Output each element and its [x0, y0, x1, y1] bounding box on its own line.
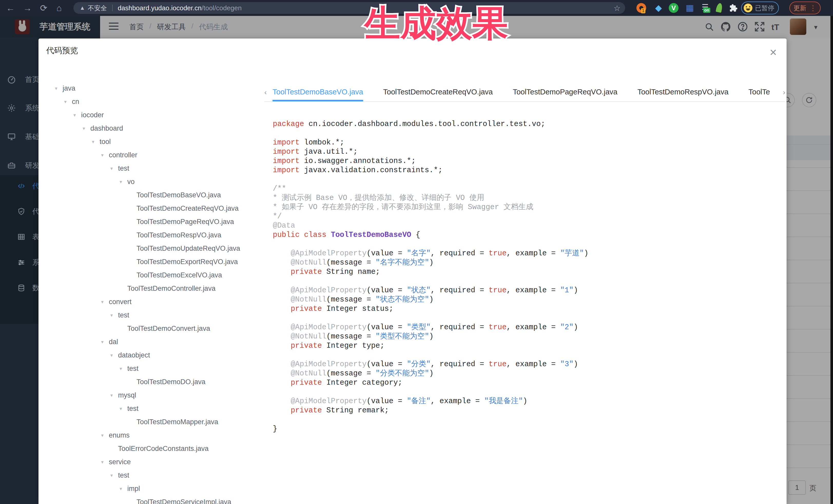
tree-node-label: ToolTestDemoUpdateReqVO.java — [137, 244, 240, 253]
tree-node-label: controller — [109, 151, 137, 159]
extension-icon-list[interactable]: ☰ on — [700, 2, 710, 12]
tree-file[interactable]: ToolTestDemoMapper.java — [129, 415, 218, 429]
tree-file[interactable]: ToolTestDemoPageReqVO.java — [129, 215, 234, 229]
tab-toolte[interactable]: ToolTe — [748, 84, 770, 101]
tabs-row: ToolTestDemoBaseVO.javaToolTestDemoCreat… — [272, 84, 775, 101]
extensions-puzzle-icon[interactable] — [729, 4, 738, 12]
caret-down-icon[interactable]: ▾ — [120, 486, 127, 492]
tab-tooltestdemobasevo-java[interactable]: ToolTestDemoBaseVO.java — [272, 84, 363, 101]
browser-home-icon[interactable]: ⌂ — [56, 3, 62, 13]
code-line — [273, 175, 589, 184]
browser-menu-icon[interactable]: ⋮ — [809, 4, 816, 12]
code-line: /** — [273, 184, 589, 193]
tree-file[interactable]: ToolTestDemoController.java — [120, 282, 216, 295]
caret-down-icon[interactable]: ▾ — [110, 352, 118, 358]
tree-folder[interactable]: ▾controller — [101, 148, 137, 162]
tree-folder[interactable]: ▾enums — [101, 429, 129, 442]
browser-reload-icon[interactable]: ⟳ — [40, 3, 47, 13]
tab-tooltestdemorespvo-java[interactable]: ToolTestDemoRespVO.java — [638, 84, 729, 101]
tree-node-label: ToolErrorCodeConstants.java — [118, 445, 209, 453]
caret-down-icon[interactable]: ▾ — [110, 312, 118, 318]
tree-file[interactable]: ToolTestDemoExportReqVO.java — [129, 255, 238, 268]
update-label: 更新 — [793, 4, 806, 12]
tree-folder[interactable]: ▾dataobject — [110, 349, 150, 362]
tree-folder[interactable]: ▾service — [101, 455, 131, 469]
tree-file[interactable]: ToolErrorCodeConstants.java — [110, 442, 209, 455]
tree-folder[interactable]: ▾mysql — [110, 388, 136, 402]
tree-file[interactable]: ToolTestDemoConvert.java — [120, 322, 210, 335]
caret-down-icon[interactable]: ▾ — [55, 86, 63, 91]
tree-file[interactable]: ToolTestDemoServiceImpl.java — [129, 495, 231, 504]
caret-down-icon[interactable]: ▾ — [92, 139, 100, 145]
tree-node-label: iocoder — [81, 111, 104, 119]
tree-node-label: test — [118, 472, 129, 479]
caret-down-icon[interactable]: ▾ — [101, 299, 109, 305]
caret-down-icon[interactable]: ▾ — [120, 179, 127, 185]
code-line — [273, 387, 589, 397]
tree-folder[interactable]: ▾vo — [120, 175, 135, 188]
caret-down-icon[interactable]: ▾ — [101, 432, 109, 438]
tree-folder[interactable]: ▾cn — [64, 95, 79, 108]
code-line — [273, 415, 589, 425]
tree-file[interactable]: ToolTestDemoDO.java — [129, 375, 206, 388]
security-label: 不安全 — [88, 4, 107, 12]
caret-down-icon[interactable]: ▾ — [73, 112, 81, 118]
file-tabs: ‹ ToolTestDemoBaseVO.javaToolTestDemoCre… — [264, 84, 785, 102]
caret-down-icon[interactable]: ▾ — [101, 339, 109, 345]
browser-forward-icon[interactable]: → — [23, 3, 32, 13]
tree-folder[interactable]: ▾dal — [101, 335, 118, 349]
tab-tooltestdemocreatereqvo-java[interactable]: ToolTestDemoCreateReqVO.java — [383, 84, 493, 101]
extension-icon-leaf[interactable] — [715, 3, 723, 13]
bookmark-star-icon[interactable]: ☆ — [614, 4, 620, 13]
tree-folder[interactable]: ▾test — [110, 309, 129, 322]
tree-folder[interactable]: ▾iocoder — [73, 108, 104, 122]
code-line: @NotNull(message = "分类不能为空") — [273, 369, 589, 378]
tree-folder[interactable]: ▾test — [120, 362, 139, 375]
code-line: * 测试示例 Base VO，提供给添加、修改、详细的子 VO 使用 — [273, 193, 589, 203]
tree-folder[interactable]: ▾test — [120, 402, 139, 415]
tree-node-label: ToolTestDemoCreateReqVO.java — [137, 205, 239, 213]
caret-down-icon[interactable]: ▾ — [110, 392, 118, 398]
extension-icon-orange[interactable]: 1 — [637, 3, 646, 13]
tree-file[interactable]: ToolTestDemoBaseVO.java — [129, 188, 221, 202]
tree-folder[interactable]: ▾impl — [120, 482, 140, 495]
tabs-prev-icon[interactable]: ‹ — [264, 88, 267, 96]
tree-folder[interactable]: ▾test — [110, 469, 129, 482]
caret-down-icon[interactable]: ▾ — [120, 366, 127, 371]
tree-file[interactable]: ToolTestDemoRespVO.java — [129, 229, 221, 242]
code-line: * 如果子 VO 存在差异的字段，请不要添加到这里，影响 Swagger 文档生… — [273, 203, 589, 212]
profile-emoji-avatar — [744, 4, 753, 12]
close-icon[interactable]: ✕ — [769, 47, 777, 58]
caret-down-icon[interactable]: ▾ — [110, 473, 118, 478]
extension-icon-green-v[interactable]: V — [669, 3, 679, 13]
browser-profile-chip[interactable]: 已暂停 — [741, 2, 779, 15]
caret-down-icon[interactable]: ▾ — [120, 406, 127, 412]
tree-folder[interactable]: ▾dashboard — [82, 122, 123, 135]
tree-folder[interactable]: ▾tool — [92, 135, 111, 148]
tree-node-label: test — [127, 405, 139, 413]
tab-tooltestdemopagereqvo-java[interactable]: ToolTestDemoPageReqVO.java — [513, 84, 617, 101]
code-line — [273, 351, 589, 360]
browser-update-button[interactable]: 更新 ⋮ — [789, 2, 821, 15]
extension-icon-grid[interactable]: ▦ — [685, 3, 695, 13]
tree-file[interactable]: ToolTestDemoCreateReqVO.java — [129, 202, 239, 215]
caret-down-icon[interactable]: ▾ — [110, 166, 118, 171]
caret-down-icon[interactable]: ▾ — [82, 125, 90, 131]
caret-down-icon[interactable]: ▾ — [64, 99, 72, 105]
tree-folder[interactable]: ▾test — [110, 162, 129, 175]
tree-node-label: impl — [127, 485, 140, 493]
caret-down-icon[interactable]: ▾ — [101, 459, 109, 465]
tree-file[interactable]: ToolTestDemoUpdateReqVO.java — [129, 242, 240, 255]
tree-folder[interactable]: ▾convert — [101, 295, 132, 309]
tree-folder[interactable]: ▾java — [55, 81, 75, 95]
tree-node-label: ToolTestDemoPageReqVO.java — [137, 218, 234, 226]
tree-file[interactable]: ToolTestDemoExcelVO.java — [129, 268, 222, 282]
caret-down-icon[interactable]: ▾ — [101, 152, 109, 158]
code-line: @ApiModelProperty(value = "分类", required… — [273, 360, 589, 369]
tree-node-label: ToolTestDemoServiceImpl.java — [137, 498, 231, 504]
code-line: import lombok.*; — [273, 138, 589, 147]
tabs-next-icon[interactable]: › — [783, 88, 785, 96]
browser-back-icon[interactable]: ← — [6, 3, 15, 13]
tree-node-label: dataobject — [118, 351, 150, 359]
extension-icon-gem[interactable]: ◆ — [653, 3, 664, 13]
